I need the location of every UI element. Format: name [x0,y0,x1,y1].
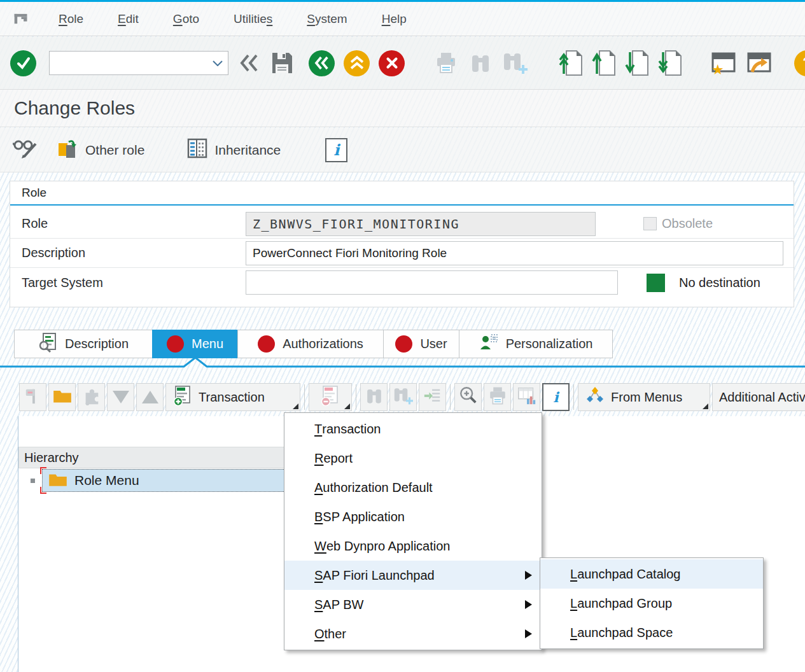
person-icon [479,333,498,355]
node-action-button [19,383,46,411]
menu-item-report[interactable]: Report [284,444,542,473]
hierarchy-diamonds-icon [585,386,605,409]
magnifier-plus-icon [458,386,479,409]
menu-item-transaction[interactable]: Transaction [284,414,542,444]
menubar-item-system[interactable]: System [290,12,364,26]
menu-item-launchpad-catalog[interactable]: Launchpad Catalog [540,559,763,589]
submenu: Launchpad Catalog Launchpad Group Launch… [540,557,764,649]
from-menus-button[interactable]: From Menus [578,383,710,411]
folder-icon [53,388,72,406]
menubar-item-help[interactable]: Help [365,12,424,26]
red-status-icon [258,335,275,353]
find-next-button [389,383,417,411]
list-import-icon [423,386,443,408]
role-field-label: Role [22,216,48,231]
last-page-icon[interactable] [658,50,683,76]
back-button[interactable] [309,50,335,76]
destination-status-label: No destination [679,276,760,290]
other-role-button[interactable]: Other role [56,137,144,163]
add-transaction-button[interactable]: Transaction [165,383,300,411]
menubar-item-role[interactable]: Role [41,12,101,26]
tab-description[interactable]: Description [14,330,153,358]
tab-authorizations[interactable]: Authorizations [237,330,384,358]
command-field [49,51,228,75]
title-bar: Change Roles [0,90,805,127]
menu-item-launchpad-space[interactable]: Launchpad Space [540,618,763,647]
standard-toolbar: ★ ? [0,37,805,90]
toolbar-separator [450,384,451,410]
glasses-pencil-icon [13,137,39,162]
menu-item-bsp-application[interactable]: BSP Application [284,502,542,531]
tab-menu[interactable]: Menu [152,330,238,358]
window-accent-line [0,0,805,2]
red-status-icon [395,335,412,353]
menu-item-web-dynpro-application[interactable]: Web Dynpro Application [284,531,542,561]
page-title: Change Roles [14,97,135,119]
drop-target-corner [40,487,46,494]
command-input[interactable] [50,52,207,74]
inheritance-button[interactable]: Inheritance [186,137,281,162]
destination-status: No destination [647,274,760,292]
tree-node-bullet[interactable] [31,479,35,483]
red-status-icon [167,335,184,353]
toolbar-separator [304,384,305,410]
hide-command-bar-icon[interactable] [239,53,260,73]
menu-item-authorization-default[interactable]: Authorization Default [284,473,542,502]
menu-item-other[interactable]: Other [284,619,542,648]
puzzle-icon [82,386,101,408]
save-icon[interactable] [269,50,295,76]
info-button[interactable]: i [325,138,347,162]
menubar-item-edit[interactable]: Edit [101,12,156,26]
menu-item-sap-fiori-launchpad[interactable]: SAP Fiori Launchpad [284,561,542,590]
menubar-item-goto[interactable]: Goto [156,12,216,26]
command-dropdown-icon[interactable] [207,60,228,66]
delete-button [309,383,352,411]
table-chart-icon [517,386,537,409]
star-icon: ★ [711,62,724,78]
target-system-input[interactable] [246,270,618,295]
hierarchy-header-label: Hierarchy [24,451,79,465]
display-change-button[interactable] [13,137,39,162]
submenu-arrow-icon [525,600,532,609]
inheritance-label: Inheritance [214,143,281,158]
create-shortcut-icon[interactable] [746,50,773,76]
question-icon: ? [802,55,805,71]
additional-activities-button[interactable]: Additional Activities [712,383,805,411]
info-icon: i [553,389,558,405]
obsolete-checkbox [643,217,657,230]
create-folder-button[interactable] [48,383,76,411]
folder-icon [48,472,67,489]
tab-label: Personalization [506,337,593,351]
section-underline [10,204,794,206]
first-page-icon[interactable] [559,50,584,76]
cancel-button[interactable] [379,50,405,76]
find-next-icon [501,51,529,75]
exit-button[interactable] [344,50,370,76]
tab-personalization[interactable]: Personalization [459,330,613,358]
print-icon [434,51,458,75]
find-icon [468,52,493,74]
obsolete-label: Obsolete [662,216,713,231]
enter-button[interactable] [10,50,36,76]
help-button[interactable]: ? [794,50,805,76]
list-add-icon [172,385,193,410]
legend-info-button[interactable]: i [542,383,570,411]
tab-user[interactable]: User [383,330,459,358]
zoom-in-button[interactable] [454,383,482,411]
move-up-button [136,383,164,411]
inheritance-icon [186,137,208,162]
tab-label: User [420,337,447,351]
description-input[interactable] [246,241,783,265]
new-session-icon[interactable]: ★ [710,50,737,76]
system-menu-icon[interactable] [13,11,30,27]
previous-page-icon[interactable] [592,50,617,76]
submenu-arrow-icon [525,571,532,580]
additional-activities-button-label: Additional Activities [719,390,805,405]
next-page-icon[interactable] [625,50,650,76]
menu-item-sap-bw[interactable]: SAP BW [284,590,542,619]
toolbar-separator [573,384,574,410]
menu-item-launchpad-group[interactable]: Launchpad Group [540,589,763,618]
menubar-item-utilities[interactable]: Utilities [216,12,290,26]
role-section-title: Role [22,186,46,200]
role-panel: Role Role Obsolete Description Target Sy… [10,181,794,307]
